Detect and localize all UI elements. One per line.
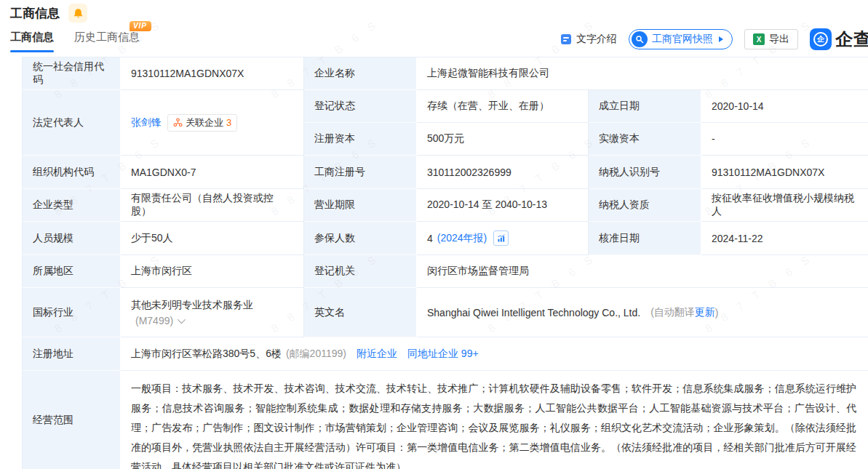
text-intro-button[interactable]: 文字介绍 <box>560 33 617 46</box>
value-taxpayer-qualification: 按征收率征收增值税小规模纳税人 <box>701 189 868 222</box>
label-org-code: 组织机构代码 <box>23 156 121 189</box>
value-credit-code: 91310112MA1GDNX07X <box>121 57 304 90</box>
value-approval-date: 2024-11-22 <box>701 222 868 255</box>
same-address-companies-link[interactable]: 同地址企业 99+ <box>407 348 479 361</box>
industry-code: (M7499) <box>135 315 173 326</box>
label-taxpayer-id: 纳税人识别号 <box>589 156 701 189</box>
annual-report-link[interactable]: (2024年报) <box>437 232 487 245</box>
related-companies-badge[interactable]: 关联企业 3 <box>167 114 237 132</box>
value-registration-number: 310112002326999 <box>417 156 589 189</box>
value-english-name: Shanghai Qiwei Intelligent Technology Co… <box>417 288 868 337</box>
address-text: 上海市闵行区莘松路380号5、6楼 <box>131 348 282 361</box>
business-info-table: 统一社会信用代码 91310112MA1GDNX07X 企业名称 上海起微智能科… <box>22 57 868 469</box>
label-registration-number: 工商注册号 <box>304 156 417 189</box>
notification-bell-icon[interactable] <box>68 4 87 23</box>
value-establish-date: 2020-10-14 <box>701 90 868 123</box>
export-button[interactable]: X 导出 <box>744 29 798 49</box>
postcode-text: (邮编201199) <box>286 348 346 361</box>
vip-badge: VIP <box>130 21 151 31</box>
active-tab-underline <box>10 50 54 52</box>
label-registration-status: 登记状态 <box>304 90 417 123</box>
translate-update-link[interactable]: 更新 <box>695 306 715 319</box>
auto-translate-note: (自动翻译 <box>650 306 695 319</box>
org-relation-icon <box>173 118 183 127</box>
value-region: 上海市闵行区 <box>121 255 304 288</box>
label-credit-code: 统一社会信用代码 <box>23 57 121 90</box>
panel-header: 工商信息 工商信息 历史工商信息 VIP 文字介绍 <box>0 0 868 57</box>
snapshot-label: 工商官网快照 <box>652 33 713 46</box>
label-paid-capital: 实缴资本 <box>589 123 701 156</box>
value-registered-address: 上海市闵行区莘松路380号5、6楼 (邮编201199) 附近企业 同地址企业 … <box>121 337 868 371</box>
value-staff-size: 少于50人 <box>121 222 304 255</box>
label-business-scope: 经营范围 <box>23 371 121 469</box>
label-business-term: 营业期限 <box>304 189 417 222</box>
english-name-text: Shanghai Qiwei Intelligent Technology Co… <box>427 307 640 318</box>
label-establish-date: 成立日期 <box>589 90 701 123</box>
qichacha-logo: 企 企查查 <box>810 28 868 51</box>
bar-chart-icon[interactable] <box>493 231 509 246</box>
brand-name: 企查查 <box>835 28 868 51</box>
label-registered-capital: 注册资本 <box>304 123 417 156</box>
label-insured-count: 参保人数 <box>304 222 417 255</box>
chevron-down-icon <box>178 315 186 323</box>
insured-number: 4 <box>427 233 433 244</box>
industry-name: 其他未列明专业技术服务业 <box>131 299 253 312</box>
label-english-name: 英文名 <box>304 288 417 337</box>
arrow-right-icon <box>719 36 723 42</box>
value-registered-capital: 500万元 <box>417 123 589 156</box>
value-taxpayer-id: 91310112MA1GDNX07X <box>701 156 868 189</box>
label-registered-address: 注册地址 <box>23 337 121 371</box>
related-companies-count: 3 <box>226 117 231 128</box>
value-registration-status: 存续（在营、开业、在册） <box>417 90 589 123</box>
related-companies-label: 关联企业 <box>186 116 223 129</box>
label-legal-representative: 法定代表人 <box>23 90 121 156</box>
legal-representative-link[interactable]: 张剑锋 <box>131 116 162 129</box>
tab-label: 历史工商信息 <box>74 31 140 43</box>
export-label: 导出 <box>769 33 789 46</box>
label-taxpayer-qualification: 纳税人资质 <box>589 189 701 222</box>
label-company-name: 企业名称 <box>304 57 417 90</box>
value-paid-capital: - <box>701 123 868 156</box>
value-legal-representative: 张剑锋 关联企业 3 <box>121 90 304 156</box>
label-company-type: 企业类型 <box>23 189 121 222</box>
excel-icon: X <box>753 33 765 45</box>
label-region: 所属地区 <box>23 255 121 288</box>
value-company-name: 上海起微智能科技有限公司 <box>417 57 868 90</box>
industry-code-toggle[interactable]: (M7499) <box>131 315 183 326</box>
nearby-companies-link[interactable]: 附近企业 <box>357 348 397 361</box>
value-org-code: MA1GDNX0-7 <box>121 156 304 189</box>
document-icon <box>560 33 572 45</box>
value-insured-count: 4 (2024年报) <box>417 222 589 255</box>
value-company-type: 有限责任公司（自然人投资或控股） <box>121 189 304 222</box>
label-staff-size: 人员规模 <box>23 222 121 255</box>
business-info-panel: 8 8 7 T B 6 S 8 8 7 T B 6 S 8 8 7 T B 6 … <box>0 0 868 469</box>
value-business-scope: 一般项目：技术服务、技术开发、技术咨询、技术交流、技术转让、技术推广；计算机软硬… <box>121 371 868 469</box>
label-registration-authority: 登记机关 <box>304 255 417 288</box>
label-industry: 国标行业 <box>23 288 121 337</box>
header-actions: 文字介绍 工商官网快照 X 导出 企 企查查 <box>560 28 868 51</box>
qichacha-logo-icon: 企 <box>810 28 832 50</box>
value-industry: 其他未列明专业技术服务业 (M7499) <box>121 288 304 337</box>
label-approval-date: 核准日期 <box>589 222 701 255</box>
value-registration-authority: 闵行区市场监督管理局 <box>417 255 868 288</box>
value-business-term: 2020-10-14 至 2040-10-13 <box>417 189 589 222</box>
page-title: 工商信息 <box>10 5 60 22</box>
tab-business-info[interactable]: 工商信息 <box>10 31 54 52</box>
tab-label: 工商信息 <box>10 31 54 43</box>
tab-history-business-info[interactable]: 历史工商信息 VIP <box>74 31 140 52</box>
auto-translate-note-close: ) <box>715 307 719 318</box>
magnifier-snapshot-icon <box>632 31 648 47</box>
official-snapshot-button[interactable]: 工商官网快照 <box>629 29 733 49</box>
tab-bar: 工商信息 历史工商信息 VIP <box>10 31 140 52</box>
text-intro-label: 文字介绍 <box>576 33 617 46</box>
